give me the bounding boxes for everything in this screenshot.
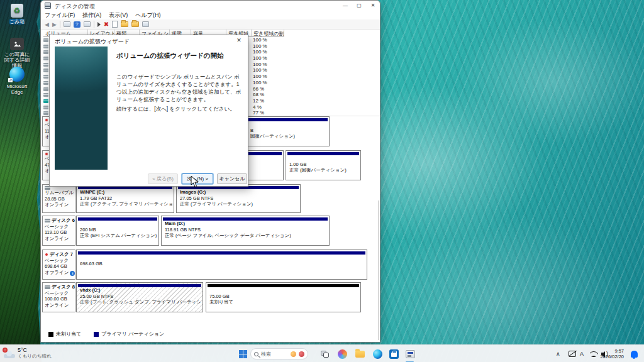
start-button[interactable] (236, 348, 249, 360)
menu-help[interactable]: ヘルプ(H) (135, 11, 160, 19)
volume-icon (43, 69, 48, 72)
disk-icon (45, 219, 50, 222)
volume-icon (43, 45, 48, 48)
volume-free-percent: 68 % (253, 92, 264, 97)
toolbar-separator (60, 21, 60, 28)
window-titlebar[interactable]: ディスクの管理 ― ▢ ✕ (41, 1, 380, 11)
search-highlight-emoji-1 (291, 351, 296, 357)
desktop-background: ♻ ごみ箱 この写真に関する詳細情報 ↗ Microsoft Edge ディスク… (0, 0, 644, 362)
edge-label: Microsoft Edge (2, 84, 32, 95)
menu-action[interactable]: 操作(A) (82, 11, 101, 19)
partition-main-d[interactable]: Main (D:) 118.91 GB NTFS 正常 (ページ ファイル, ベ… (161, 216, 330, 246)
weather-widget[interactable]: ! 5°C くもりのち晴れ (4, 347, 52, 359)
disk-label-6[interactable]: ディスク 6 ベーシック 119.10 GB オンライン (42, 216, 75, 246)
wizard-side-banner (55, 47, 108, 170)
open-folder-icon[interactable] (121, 21, 128, 27)
search-label: 検索 (261, 351, 288, 358)
disk-management-taskbar-button[interactable] (404, 348, 416, 360)
volume-free-percent: 12 % (253, 98, 264, 104)
minimize-button[interactable]: ― (338, 1, 352, 11)
volume-icon (43, 81, 48, 85)
search-highlight-emoji-2 (299, 351, 304, 357)
scrollbar[interactable] (378, 200, 379, 340)
search-icon (254, 352, 258, 356)
menu-bar: ファイル(F) 操作(A) 表示(V) ヘルプ(H) (41, 11, 380, 19)
close-button[interactable]: ✕ (366, 1, 380, 11)
cast-disabled-icon[interactable] (566, 348, 579, 360)
partition-vhdx-c[interactable]: vhdx (C:) 25.00 GB NTFS 正常 (ブート, クラッシュ ダ… (76, 282, 203, 312)
legend-unallocated-swatch (48, 332, 53, 337)
window-title: ディスクの管理 (55, 3, 95, 11)
properties-pane-icon[interactable] (84, 21, 91, 27)
volume-icon (43, 111, 48, 115)
maximize-button[interactable]: ▢ (352, 1, 366, 11)
delete-volume-icon[interactable]: ✖ (104, 21, 109, 28)
copilot-icon (338, 349, 347, 359)
notification-bell-icon[interactable] (628, 348, 640, 360)
volume-icon (43, 50, 48, 54)
task-view-button[interactable] (318, 348, 331, 360)
disk-icon (45, 285, 50, 289)
partition-efi-system[interactable]: 200 MB 正常 (EFI システム パーティション) (76, 216, 159, 246)
disk-label-7[interactable]: ディスク 7 ベーシック 698.64 GB オフライン i (42, 250, 75, 280)
weather-cloud-icon: ! (4, 351, 15, 358)
menu-view[interactable]: 表示(V) (109, 11, 128, 19)
explore-folder-icon[interactable] (131, 21, 139, 27)
wizard-instruction: 続行するには、[次へ] をクリックしてください。 (116, 106, 245, 113)
photo-info-label: この写真に関する詳細情報 (2, 52, 32, 69)
mouse-cursor (191, 175, 199, 188)
volume-free-percent: 77 % (253, 110, 264, 116)
windows-logo-icon (239, 350, 247, 358)
column-percent-free[interactable]: 空き領域の割... (252, 30, 284, 37)
volume-free-percent: 100 % (253, 43, 267, 49)
store-button[interactable] (387, 348, 400, 360)
partition-images-g[interactable]: Images (G:) 27.05 GB NTFS 正常 (プライマリ パーティ… (176, 184, 301, 213)
partition-unallocated[interactable]: 75.00 GB 未割り当て (206, 282, 361, 312)
tray-expand-chevron[interactable]: ∧ (556, 345, 560, 362)
back-icon[interactable]: ◀ (45, 21, 49, 28)
partition-winpe-e[interactable]: WINPE (E:) 1.79 GB FAT32 正常 (アクティブ, プライマ… (76, 184, 174, 213)
clock-time: 9:57 (600, 348, 624, 354)
task-view-icon (321, 351, 329, 358)
console-tree-icon[interactable] (64, 21, 70, 27)
disk-management-app-icon (45, 3, 51, 9)
ime-indicator[interactable]: A (580, 345, 584, 362)
back-button: < 戻る(B) (148, 173, 178, 184)
legend-unallocated-label: 未割り当て (56, 331, 81, 337)
properties-doc-icon[interactable] (112, 21, 118, 28)
volume-free-percent: 100 % (253, 62, 267, 67)
disk-label-removable[interactable]: リムーバブル 28.85 GB オンライン (42, 184, 75, 213)
menu-file[interactable]: ファイル(F) (45, 11, 75, 19)
action-pointer-icon[interactable] (97, 22, 101, 27)
recycle-bin-label: ごみ箱 (9, 19, 25, 25)
photo-info-desktop-icon[interactable]: この写真に関する詳細情報 (2, 38, 32, 69)
help-icon[interactable]: ? (74, 21, 80, 28)
disk-management-icon (406, 350, 415, 358)
volume-free-percent: 100 % (253, 67, 267, 73)
shortcut-arrow-icon: ↗ (8, 78, 13, 82)
volume-free-percent: 100 % (253, 55, 267, 61)
forward-icon[interactable]: ▶ (52, 21, 57, 28)
wizard-close-icon[interactable]: ✕ (234, 37, 244, 43)
legend-primary-swatch (94, 332, 99, 337)
clock-date: 2026/02/20 (600, 354, 624, 359)
toolbar: ◀ ▶ ? ✖ (41, 19, 380, 30)
clock[interactable]: 9:57 2026/02/20 (600, 348, 624, 359)
volume-free-percent: 66 % (253, 86, 264, 92)
disk-label-8[interactable]: ディスク 8 ベーシック 100.00 GB オンライン (42, 282, 75, 312)
info-icon[interactable]: i (70, 271, 75, 276)
file-explorer-button[interactable] (353, 348, 366, 360)
partition-offline-698[interactable]: 698.63 GB (76, 250, 367, 280)
wifi-icon[interactable] (587, 348, 600, 360)
view-window-icon[interactable] (142, 21, 149, 27)
edge-button[interactable] (371, 348, 384, 360)
volume-icon (43, 57, 48, 60)
copilot-button[interactable] (336, 348, 348, 360)
search-box[interactable]: 検索 (250, 348, 308, 359)
edge-desktop-icon[interactable]: ↗ Microsoft Edge (2, 67, 32, 95)
partition-recovery-2[interactable]: 1.00 GB 正常 (回復パーティション) (286, 150, 361, 180)
recycle-bin-desktop-icon[interactable]: ♻ ごみ箱 (2, 4, 32, 25)
cancel-button[interactable]: キャンセル (217, 173, 247, 184)
wizard-body-text: このウィザードでシンプル ボリュームとスパン ボリュームのサイズを大きくすること… (116, 73, 245, 103)
extend-volume-wizard-dialog: ボリュームの拡張ウィザード ✕ ボリュームの拡張ウィザードの開始 このウィザード… (49, 35, 248, 187)
